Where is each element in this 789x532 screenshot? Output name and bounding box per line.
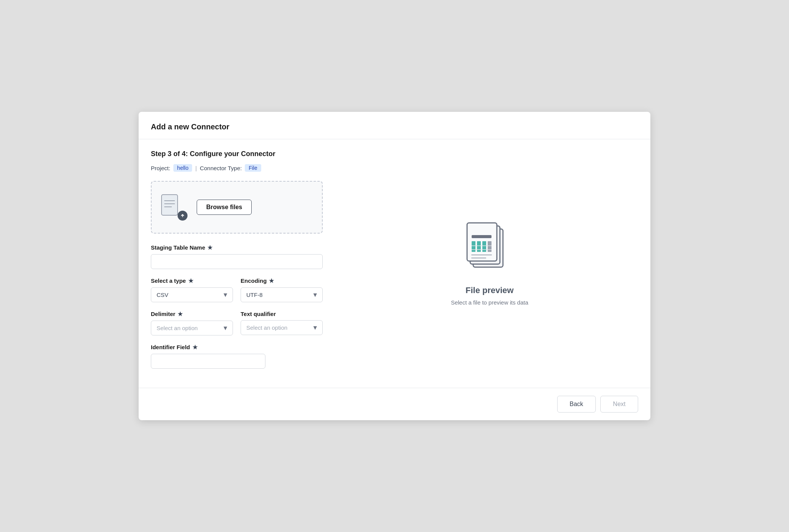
type-encoding-row: Select a type ★ CSV JSON Excel ▼ Encodin… [151, 277, 323, 302]
type-select-wrap: CSV JSON Excel ▼ [151, 287, 233, 302]
encoding-select-wrap: UTF-8 UTF-16 Latin-1 ▼ [241, 287, 323, 302]
identifier-field-section: Identifier Field ★ [151, 344, 323, 369]
text-qualifier-select[interactable]: Select an option Double quote (") Single… [241, 320, 323, 335]
preview-title: File preview [466, 285, 514, 295]
connector-type-badge: File [245, 164, 261, 172]
delimiter-col: Delimiter ★ Select an option Comma (,) S… [151, 311, 233, 335]
next-button[interactable]: Next [600, 396, 638, 413]
type-col: Select a type ★ CSV JSON Excel ▼ [151, 277, 233, 302]
modal-body: Step 3 of 4: Configure your Connector Pr… [139, 139, 650, 388]
delimiter-label: Delimiter ★ [151, 311, 233, 318]
svg-rect-7 [472, 235, 492, 238]
staging-table-input[interactable] [151, 254, 323, 269]
identifier-field-label: Identifier Field ★ [151, 344, 323, 351]
connector-label: Connector Type: [200, 165, 242, 171]
identifier-field-input[interactable] [151, 354, 265, 369]
project-badge: hello [173, 164, 192, 172]
project-label: Project: [151, 165, 170, 171]
delimiter-qualifier-row: Delimiter ★ Select an option Comma (,) S… [151, 311, 323, 335]
svg-rect-9 [477, 241, 481, 252]
modal-header: Add a new Connector [139, 112, 650, 139]
back-button[interactable]: Back [557, 396, 596, 413]
preview-file-icon [465, 221, 514, 275]
upload-badge [178, 211, 188, 221]
text-qualifier-col: Text qualifier Select an option Double q… [241, 311, 323, 335]
svg-rect-0 [162, 195, 178, 215]
svg-rect-11 [488, 241, 492, 252]
encoding-select[interactable]: UTF-8 UTF-16 Latin-1 [241, 287, 323, 302]
left-panel: Step 3 of 4: Configure your Connector Pr… [151, 150, 323, 377]
meta-row: Project: hello | Connector Type: File [151, 164, 323, 172]
modal-container: Add a new Connector Step 3 of 4: Configu… [139, 112, 650, 420]
right-panel: File preview Select a file to preview it… [341, 150, 638, 377]
meta-divider: | [195, 165, 197, 171]
staging-table-section: Staging Table Name ★ [151, 244, 323, 269]
staging-table-label: Staging Table Name ★ [151, 244, 323, 251]
type-label: Select a type ★ [151, 277, 233, 284]
preview-subtitle: Select a file to preview its data [451, 299, 529, 306]
preview-icon-wrap [465, 221, 514, 276]
step-title: Step 3 of 4: Configure your Connector [151, 150, 323, 158]
svg-rect-10 [482, 241, 486, 252]
upload-area[interactable]: Browse files [151, 181, 323, 234]
delimiter-select-wrap: Select an option Comma (,) Semicolon (;)… [151, 321, 233, 335]
text-qualifier-label: Text qualifier [241, 311, 323, 317]
delimiter-select[interactable]: Select an option Comma (,) Semicolon (;)… [151, 321, 233, 335]
type-select[interactable]: CSV JSON Excel [151, 287, 233, 302]
encoding-col: Encoding ★ UTF-8 UTF-16 Latin-1 ▼ [241, 277, 323, 302]
svg-rect-8 [472, 241, 475, 252]
modal-footer: Back Next [139, 388, 650, 420]
upload-icon-wrap [161, 194, 188, 221]
modal-title: Add a new Connector [151, 123, 638, 131]
encoding-label: Encoding ★ [241, 277, 323, 284]
text-qualifier-select-wrap: Select an option Double quote (") Single… [241, 320, 323, 335]
browse-files-button[interactable]: Browse files [197, 200, 252, 215]
